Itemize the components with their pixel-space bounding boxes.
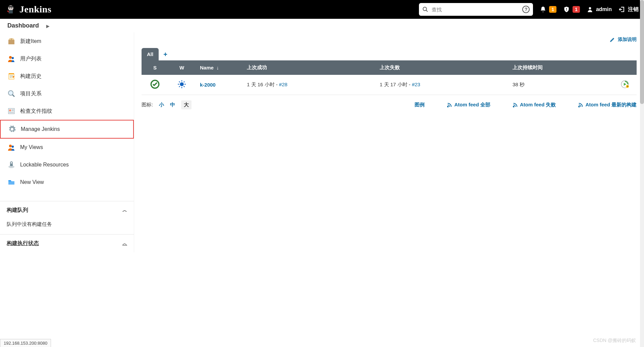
svg-rect-1 xyxy=(9,10,13,13)
logout-label: 注销 xyxy=(628,6,639,13)
sidebar-item-build-history[interactable]: 构建历史 xyxy=(0,67,134,85)
notifications-button[interactable]: 1 xyxy=(540,6,556,13)
sidebar-item-label: 新建Item xyxy=(20,38,41,45)
icon-size-group: 图标: 小 中 大 xyxy=(142,100,192,109)
user-link[interactable]: admin xyxy=(587,6,612,13)
svg-point-11 xyxy=(12,57,14,59)
icon-size-medium[interactable]: 中 xyxy=(170,102,175,108)
gear-icon xyxy=(8,125,16,133)
sidebar-item-label: 构建历史 xyxy=(20,73,42,80)
search-input[interactable] xyxy=(432,7,519,12)
table-row: k-2000 1 天 16 小时 - #28 1 天 17 小时 - #23 3… xyxy=(142,75,637,95)
sidebar-item-label: Manage Jenkins xyxy=(21,126,60,132)
build-now-icon[interactable] xyxy=(621,80,629,89)
add-description-link[interactable]: 添加说明 xyxy=(142,33,637,48)
user-icon xyxy=(587,6,593,13)
sidebar-item-new-view[interactable]: New View xyxy=(0,174,134,191)
sidebar-item-lockable-resources[interactable]: Lockable Resources xyxy=(0,156,134,174)
add-description-label: 添加说明 xyxy=(618,37,637,43)
rss-icon xyxy=(447,102,452,108)
svg-point-22 xyxy=(180,83,183,86)
sidebar-item-project-relationship[interactable]: 项目关系 xyxy=(0,85,134,102)
svg-point-27 xyxy=(579,106,580,107)
rss-icon xyxy=(513,102,518,108)
security-badge: 1 xyxy=(573,6,580,13)
sidebar-item-manage-jenkins[interactable]: Manage Jenkins xyxy=(0,120,134,139)
icon-size-large[interactable]: 大 xyxy=(181,100,192,109)
build-queue-title: 构建队列 xyxy=(7,207,28,214)
people-icon xyxy=(7,143,15,151)
sidebar-item-my-views[interactable]: My Views xyxy=(0,139,134,156)
svg-point-25 xyxy=(447,106,448,107)
col-name[interactable]: Name ↓ xyxy=(195,60,242,75)
col-last-duration[interactable]: 上次持续时间 xyxy=(508,60,613,75)
jobs-table: S W Name ↓ 上次成功 上次失败 上次持续时间 xyxy=(142,60,637,95)
sidebar-item-label: My Views xyxy=(20,144,43,150)
jenkins-logo-icon xyxy=(5,4,16,15)
build-queue-header[interactable]: 构建队列 ︿ xyxy=(0,201,134,219)
cell-duration: 38 秒 xyxy=(508,75,613,95)
job-name-link[interactable]: k-2000 xyxy=(200,82,216,88)
col-status[interactable]: S xyxy=(142,60,168,75)
last-failure-build-link[interactable]: #23 xyxy=(412,82,420,87)
sidebar-item-fingerprint[interactable]: 检查文件指纹 xyxy=(0,102,134,120)
svg-point-4 xyxy=(11,8,12,9)
search-box[interactable]: ? xyxy=(419,3,533,16)
help-icon[interactable]: ? xyxy=(522,6,530,13)
legend-link[interactable]: 图例 xyxy=(415,102,425,108)
security-alerts-button[interactable]: 1 xyxy=(563,6,580,13)
svg-point-14 xyxy=(8,91,13,95)
sidebar-item-label: New View xyxy=(20,179,44,185)
breadcrumb: Dashboard ▶ xyxy=(0,19,644,33)
table-footer: 图标: 小 中 大 图例 Atom feed 全部 Atom feed 失败 A… xyxy=(142,95,637,109)
svg-rect-20 xyxy=(10,163,13,166)
executor-status-title: 构建执行状态 xyxy=(7,240,39,247)
chevron-right-icon[interactable]: ▶ xyxy=(46,24,49,29)
last-success-build-link[interactable]: #28 xyxy=(279,82,287,87)
cell-last-failure: 1 天 17 小时 - #23 xyxy=(375,75,508,95)
sidebar-item-users[interactable]: 用户列表 xyxy=(0,50,134,67)
svg-point-26 xyxy=(513,106,514,107)
col-weather[interactable]: W xyxy=(168,60,195,75)
success-icon xyxy=(150,80,160,89)
svg-rect-7 xyxy=(566,10,567,11)
svg-rect-13 xyxy=(9,73,14,74)
cell-last-success: 1 天 16 小时 - #28 xyxy=(242,75,375,95)
sidebar-item-new-item[interactable]: 新建Item xyxy=(0,33,134,50)
sidebar-item-label: Lockable Resources xyxy=(20,162,69,168)
executor-status-header[interactable]: 构建执行状态 ︿ xyxy=(0,234,134,252)
search-icon xyxy=(422,6,428,12)
main-panel: 添加说明 All + S W Name ↓ 上次成功 上次失败 上次持续时间 xyxy=(134,33,644,252)
sidebar-item-label: 用户列表 xyxy=(20,55,42,62)
icon-size-small[interactable]: 小 xyxy=(159,102,164,108)
logout-link[interactable]: 注销 xyxy=(619,6,639,13)
chevron-up-icon: ︿ xyxy=(122,207,127,213)
svg-point-16 xyxy=(9,109,11,111)
weather-icon xyxy=(177,80,186,89)
col-last-success[interactable]: 上次成功 xyxy=(242,60,375,75)
user-name: admin xyxy=(596,6,612,12)
logo[interactable]: Jenkins xyxy=(5,4,51,15)
col-last-failure[interactable]: 上次失败 xyxy=(375,60,508,75)
sidebar-item-label: 项目关系 xyxy=(20,90,42,97)
header-bar: Jenkins ? 1 1 admin 注销 xyxy=(0,0,644,19)
atom-feed-failures-link[interactable]: Atom feed 失败 xyxy=(513,102,556,108)
add-view-button[interactable]: + xyxy=(159,49,172,60)
people-icon xyxy=(7,55,15,63)
atom-feed-all-link[interactable]: Atom feed 全部 xyxy=(447,102,490,108)
svg-point-3 xyxy=(9,8,10,9)
sidebar: 新建Item 用户列表 构建历史 项目关系 检查文件指纹 Manage Jenk… xyxy=(0,33,134,252)
shield-alert-icon xyxy=(563,6,570,13)
pencil-icon xyxy=(610,37,615,42)
lock-icon xyxy=(7,161,15,169)
icon-size-label: 图标: xyxy=(142,102,153,108)
breadcrumb-item[interactable]: Dashboard xyxy=(7,22,39,29)
atom-feed-latest-link[interactable]: Atom feed 最新的构建 xyxy=(578,102,637,108)
notifications-badge: 1 xyxy=(549,6,556,13)
svg-point-5 xyxy=(423,7,427,11)
notepad-icon xyxy=(7,72,15,80)
rss-icon xyxy=(578,102,583,108)
scrollbar-thumb[interactable] xyxy=(640,0,644,104)
scrollbar[interactable] xyxy=(640,0,644,252)
tab-all[interactable]: All xyxy=(142,48,159,60)
